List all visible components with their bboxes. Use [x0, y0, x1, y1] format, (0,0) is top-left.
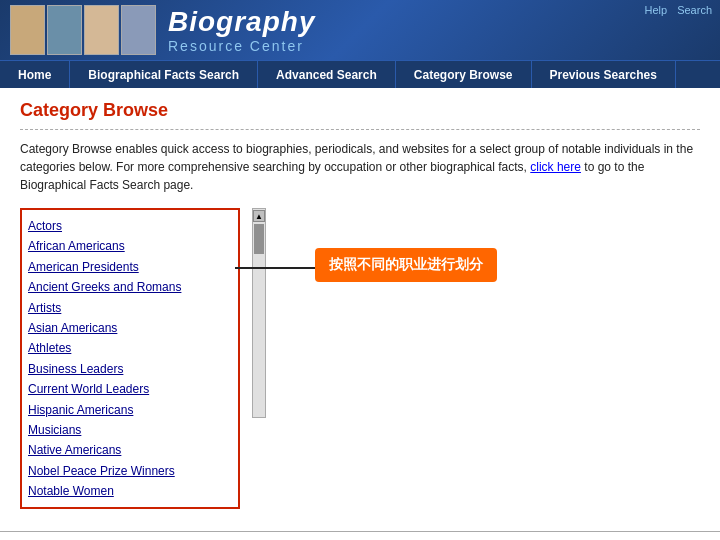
- nav-category-browse[interactable]: Category Browse: [396, 61, 532, 88]
- scrollbar-thumb[interactable]: [254, 224, 264, 254]
- footer-links: Home | Help | Search Tips | Gale Databas…: [0, 531, 720, 540]
- list-item[interactable]: Native Americans: [28, 440, 232, 460]
- list-item[interactable]: Athletes: [28, 338, 232, 358]
- page-title: Category Browse: [20, 100, 700, 121]
- click-here-link[interactable]: click here: [530, 160, 581, 174]
- arrow-line: [235, 267, 315, 269]
- main-content: Category Browse Category Browse enables …: [0, 88, 720, 521]
- scrollbar[interactable]: ▲: [252, 208, 266, 418]
- header: Biography Resource Center Help Search: [0, 0, 720, 60]
- list-item[interactable]: American Presidents: [28, 257, 232, 277]
- search-link[interactable]: Search: [677, 4, 712, 16]
- header-logo: Biography Resource Center: [168, 6, 315, 54]
- arrow-annotation: [235, 263, 325, 273]
- nav-biographical-facts[interactable]: Biographical Facts Search: [70, 61, 258, 88]
- nav-advanced-search[interactable]: Advanced Search: [258, 61, 396, 88]
- content-area: Actors African Americans American Presid…: [20, 208, 700, 509]
- list-item[interactable]: Actors: [28, 216, 232, 236]
- list-item[interactable]: Business Leaders: [28, 359, 232, 379]
- nav-bar: Home Biographical Facts Search Advanced …: [0, 60, 720, 88]
- help-link[interactable]: Help: [645, 4, 668, 16]
- list-item[interactable]: African Americans: [28, 236, 232, 256]
- header-photo-4: [121, 5, 156, 55]
- list-item[interactable]: Current World Leaders: [28, 379, 232, 399]
- description: Category Browse enables quick access to …: [20, 140, 700, 194]
- header-photo-1: [10, 5, 45, 55]
- list-item[interactable]: Ancient Greeks and Romans: [28, 277, 232, 297]
- list-item[interactable]: Musicians: [28, 420, 232, 440]
- header-photos: [10, 5, 158, 55]
- list-item[interactable]: Artists: [28, 298, 232, 318]
- nav-previous-searches[interactable]: Previous Searches: [532, 61, 676, 88]
- divider: [20, 129, 700, 130]
- header-photo-3: [84, 5, 119, 55]
- list-item[interactable]: Asian Americans: [28, 318, 232, 338]
- list-item[interactable]: Hispanic Americans: [28, 400, 232, 420]
- header-top-links: Help Search: [645, 4, 712, 16]
- nav-home[interactable]: Home: [0, 61, 70, 88]
- logo-biography-text: Biography: [168, 6, 315, 38]
- category-list-container: Actors African Americans American Presid…: [20, 208, 240, 509]
- chinese-label: 按照不同的职业进行划分: [315, 248, 497, 282]
- logo-resource-text: Resource Center: [168, 38, 304, 54]
- list-item[interactable]: Nobel Peace Prize Winners: [28, 461, 232, 481]
- header-photo-2: [47, 5, 82, 55]
- list-item[interactable]: Notable Women: [28, 481, 232, 501]
- scrollbar-up-button[interactable]: ▲: [253, 210, 265, 222]
